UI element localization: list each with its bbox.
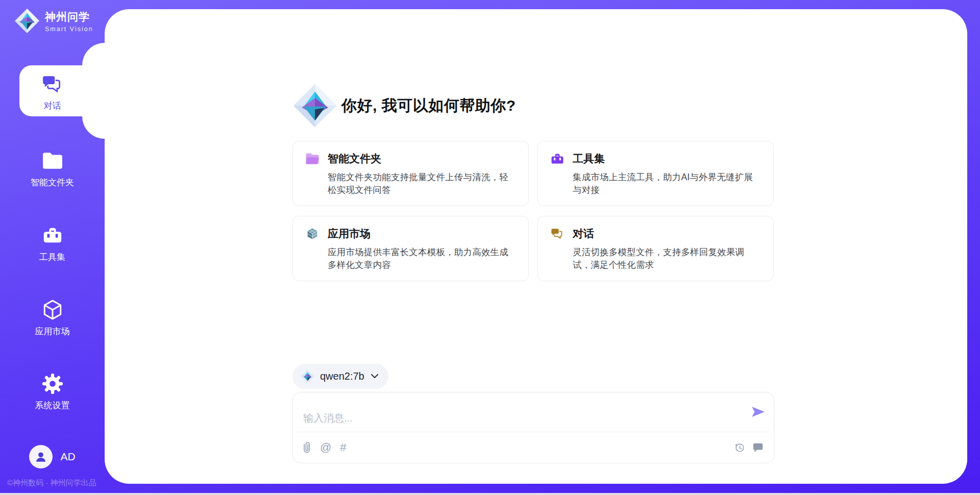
card-description: 智能文件夹功能支持批量文件上传与清洗，轻松实现文件问答: [328, 171, 516, 196]
at-icon: @: [320, 441, 331, 454]
cube-icon: [42, 299, 63, 320]
user-icon: [33, 449, 48, 464]
toolbox-icon: [550, 152, 565, 165]
brand: 神州问学 Smart Vision: [14, 8, 93, 34]
sidebar-item-settings[interactable]: 系统设置: [0, 373, 105, 411]
mention-button[interactable]: @: [320, 442, 331, 453]
toolbox-icon: [42, 225, 63, 246]
brand-subtitle: Smart Vision: [45, 26, 93, 33]
message-input[interactable]: [293, 392, 774, 431]
card-title: 工具集: [573, 152, 605, 166]
history-icon: [734, 442, 745, 453]
brand-name: 神州问学: [45, 10, 93, 24]
card-app-market[interactable]: 应用市场 应用市场提供丰富长文本模板，助力高效生成多样化文章内容: [292, 216, 529, 281]
card-title: 智能文件夹: [328, 152, 381, 166]
gear-icon: [42, 373, 63, 394]
user-profile[interactable]: AD: [0, 445, 105, 468]
chat-icon: [42, 73, 63, 95]
card-description: 应用市场提供丰富长文本模板，助力高效生成多样化文章内容: [328, 246, 516, 271]
sidebar-item-label: 系统设置: [35, 400, 70, 411]
paperclip-icon: [302, 441, 311, 454]
topic-button[interactable]: #: [340, 442, 346, 453]
copyright-text: ©神州数码 · 神州问学出品: [7, 478, 96, 488]
brand-diamond-icon: [301, 369, 314, 383]
user-initials: AD: [60, 451, 75, 463]
hash-icon: #: [340, 441, 346, 454]
send-icon: [750, 406, 766, 418]
model-name: qwen2:7b: [320, 370, 364, 382]
sidebar-item-tools[interactable]: 工具集: [0, 225, 105, 263]
attach-button[interactable]: [302, 441, 311, 454]
sidebar-item-label: 应用市场: [35, 326, 70, 337]
brand-diamond-icon: [14, 8, 40, 34]
greeting-text: 你好, 我可以如何帮助你?: [341, 95, 516, 116]
card-description: 灵活切换多模型文件，支持多样回复效果调试，满足个性化需求: [573, 246, 761, 271]
history-button[interactable]: [734, 442, 745, 453]
sidebar-item-label: 智能文件夹: [31, 177, 74, 188]
cube-icon: [305, 227, 320, 240]
greeting: 你好, 我可以如何帮助你?: [292, 83, 516, 128]
chevron-down-icon: [371, 374, 378, 379]
window-bottom-edge: [0, 493, 980, 495]
feature-cards: 智能文件夹 智能文件夹功能支持批量文件上传与清洗，轻松实现文件问答 工具集: [292, 141, 774, 281]
avatar: [29, 445, 53, 468]
model-selector[interactable]: qwen2:7b: [292, 364, 388, 389]
chat-icon: [550, 227, 565, 240]
chat-bubble-icon: [752, 442, 764, 453]
new-chat-button[interactable]: [752, 442, 764, 453]
sidebar-item-market[interactable]: 应用市场: [0, 299, 105, 337]
app-window: 神州问学 Smart Vision 对话 智能文件夹: [0, 0, 980, 495]
send-button[interactable]: [750, 406, 766, 419]
sidebar-item-chat[interactable]: 对话: [0, 73, 105, 112]
card-description: 集成市场上主流工具，助力AI与外界无缝扩展与对接: [573, 171, 761, 196]
folder-icon: [305, 152, 320, 165]
main-panel: 你好, 我可以如何帮助你? 智能文件夹 智能文件夹功能支持批量文件上传与清洗，轻…: [105, 9, 967, 484]
card-title: 应用市场: [328, 227, 371, 241]
message-composer: @ #: [292, 392, 774, 463]
card-title: 对话: [573, 227, 594, 241]
folder-icon: [42, 150, 63, 171]
sidebar: 神州问学 Smart Vision 对话 智能文件夹: [0, 0, 105, 495]
card-toolset[interactable]: 工具集 集成市场上主流工具，助力AI与外界无缝扩展与对接: [537, 141, 774, 206]
assistant-diamond-icon: [292, 83, 337, 128]
card-chat[interactable]: 对话 灵活切换多模型文件，支持多样回复效果调试，满足个性化需求: [537, 216, 774, 281]
card-smart-folders[interactable]: 智能文件夹 智能文件夹功能支持批量文件上传与清洗，轻松实现文件问答: [292, 141, 529, 206]
sidebar-item-label: 对话: [44, 100, 61, 112]
sidebar-item-folders[interactable]: 智能文件夹: [0, 150, 105, 188]
sidebar-item-label: 工具集: [39, 251, 65, 263]
